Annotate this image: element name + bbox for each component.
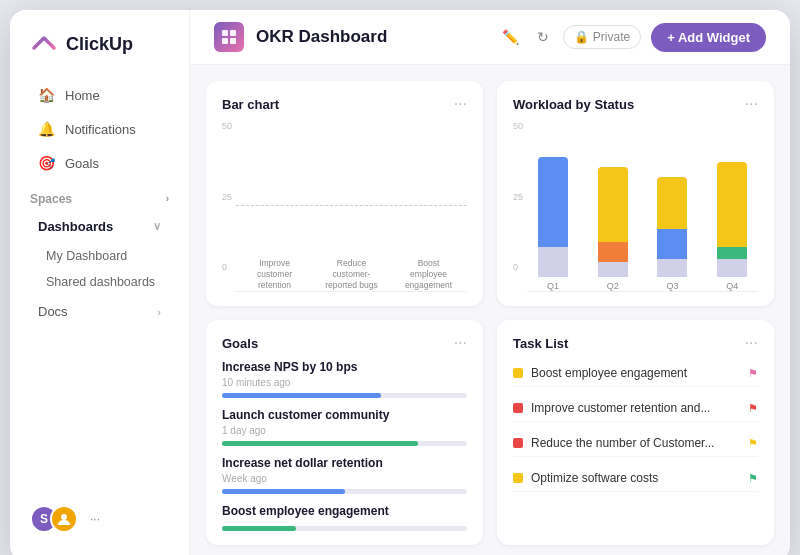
seg-q1-gray xyxy=(538,247,568,277)
sidebar-item-dashboards[interactable]: Dashboards ∨ xyxy=(18,211,181,242)
task-list-items: Boost employee engagement ⚑ Improve cust… xyxy=(513,360,758,531)
task-list-header: Task List ··· xyxy=(513,334,758,352)
goal-item-1: Launch customer community 1 day ago xyxy=(222,408,467,446)
logo[interactable]: ClickUp xyxy=(10,26,189,78)
bar-group-2: Boost employeeengagement xyxy=(400,254,457,291)
dashed-line xyxy=(236,205,467,206)
stacked-bar-q2 xyxy=(598,167,628,277)
bar-chart-menu-icon[interactable]: ··· xyxy=(454,95,467,113)
seg-q1-blue xyxy=(538,157,568,247)
w-y-min: 0 xyxy=(513,262,523,272)
seg-q4-gray xyxy=(717,259,747,277)
lock-icon: 🔒 xyxy=(574,30,589,44)
dashboard-grid: Bar chart ··· 50 25 0 xyxy=(190,65,790,555)
person-icon xyxy=(57,512,71,526)
sidebar-item-docs[interactable]: Docs › xyxy=(18,296,181,327)
q3-label: Q3 xyxy=(666,281,678,291)
task-dot-3 xyxy=(513,473,523,483)
header: OKR Dashboard ✏️ ↻ 🔒 Private + Add Widge… xyxy=(190,10,790,65)
task-list-menu-icon[interactable]: ··· xyxy=(745,334,758,352)
seg-q4-yellow xyxy=(717,162,747,247)
sidebar-item-notifications[interactable]: 🔔 Notifications xyxy=(18,113,181,145)
workload-menu-icon[interactable]: ··· xyxy=(745,95,758,113)
sidebar: ClickUp 🏠 Home 🔔 Notifications 🎯 Goals S… xyxy=(10,10,190,555)
svg-rect-3 xyxy=(222,38,228,44)
seg-q3-yellow xyxy=(657,177,687,229)
main-content: OKR Dashboard ✏️ ↻ 🔒 Private + Add Widge… xyxy=(190,10,790,555)
dashboard-icon xyxy=(214,22,244,52)
bar-group-1: Reduce customer-reported bugs xyxy=(323,254,380,291)
bar-chart-title: Bar chart xyxy=(222,97,279,112)
goal-name-2: Increase net dollar retention xyxy=(222,456,467,470)
goal-time-0: 10 minutes ago xyxy=(222,377,467,388)
stacked-group-q3: Q3 xyxy=(655,177,691,291)
goals-card-title: Goals xyxy=(222,336,258,351)
sidebar-dashboards-label: Dashboards xyxy=(38,219,113,234)
goal-time-2: Week ago xyxy=(222,473,467,484)
goal-item-2: Increase net dollar retention Week ago xyxy=(222,456,467,494)
goal-time-1: 1 day ago xyxy=(222,425,467,436)
bar-label-2: Boost employeeengagement xyxy=(400,258,457,291)
bar-chart-card: Bar chart ··· 50 25 0 xyxy=(206,81,483,306)
task-dot-0 xyxy=(513,368,523,378)
seg-q3-blue xyxy=(657,229,687,259)
add-widget-button[interactable]: + Add Widget xyxy=(651,23,766,52)
goals-card: Goals ··· Increase NPS by 10 bps 10 minu… xyxy=(206,320,483,545)
goal-bar-bg-3 xyxy=(222,526,467,531)
refresh-button[interactable]: ↻ xyxy=(533,25,553,49)
goal-bar-fill-2 xyxy=(222,489,345,494)
avatar-extra-dots: ··· xyxy=(90,512,100,526)
svg-rect-2 xyxy=(230,30,236,36)
sidebar-home-label: Home xyxy=(65,88,100,103)
stacked-group-q1: Q1 xyxy=(535,157,571,291)
private-badge[interactable]: 🔒 Private xyxy=(563,25,641,49)
stacked-group-q4: Q4 xyxy=(714,162,750,291)
stacked-bar-q3 xyxy=(657,177,687,277)
seg-q2-gray xyxy=(598,262,628,277)
q4-label: Q4 xyxy=(726,281,738,291)
seg-q2-yellow xyxy=(598,167,628,242)
seg-q3-gray xyxy=(657,259,687,277)
task-flag-3: ⚑ xyxy=(748,472,758,485)
spaces-chevron-icon: › xyxy=(166,193,169,204)
task-name-2: Reduce the number of Customer... xyxy=(531,436,740,450)
stacked-bar-q1 xyxy=(538,157,568,277)
task-item-1: Improve customer retention and... ⚑ xyxy=(513,395,758,422)
goal-bar-fill-0 xyxy=(222,393,381,398)
edit-button[interactable]: ✏️ xyxy=(498,25,523,49)
sidebar-item-home[interactable]: 🏠 Home xyxy=(18,79,181,111)
y-label-min: 0 xyxy=(222,262,232,272)
sidebar-item-goals[interactable]: 🎯 Goals xyxy=(18,147,181,179)
task-item-3: Optimize software costs ⚑ xyxy=(513,465,758,492)
workload-title: Workload by Status xyxy=(513,97,634,112)
sidebar-item-shared-dashboards[interactable]: Shared dashboards xyxy=(10,269,189,295)
app-window: ClickUp 🏠 Home 🔔 Notifications 🎯 Goals S… xyxy=(10,10,790,555)
sidebar-goals-label: Goals xyxy=(65,156,99,171)
task-flag-0: ⚑ xyxy=(748,367,758,380)
grid-icon xyxy=(221,29,237,45)
logo-text: ClickUp xyxy=(66,34,133,55)
goal-bar-bg-2 xyxy=(222,489,467,494)
sidebar-docs-label: Docs xyxy=(38,304,68,319)
task-list-title: Task List xyxy=(513,336,568,351)
workload-header: Workload by Status ··· xyxy=(513,95,758,113)
seg-q4-green xyxy=(717,247,747,259)
workload-chart-card: Workload by Status ··· 50 25 0 xyxy=(497,81,774,306)
goal-bar-bg-1 xyxy=(222,441,467,446)
task-list-card: Task List ··· Boost employee engagement … xyxy=(497,320,774,545)
dashboards-chevron-icon: ∨ xyxy=(153,220,161,233)
task-flag-1: ⚑ xyxy=(748,402,758,415)
svg-rect-1 xyxy=(222,30,228,36)
bar-chart-header: Bar chart ··· xyxy=(222,95,467,113)
stacked-group-q2: Q2 xyxy=(595,167,631,291)
svg-point-0 xyxy=(61,514,67,520)
task-name-1: Improve customer retention and... xyxy=(531,401,740,415)
goals-menu-icon[interactable]: ··· xyxy=(454,334,467,352)
avatar-group: S xyxy=(30,505,78,533)
goals-header: Goals ··· xyxy=(222,334,467,352)
task-name-3: Optimize software costs xyxy=(531,471,740,485)
sidebar-item-my-dashboard[interactable]: My Dashboard xyxy=(10,243,189,269)
seg-q2-orange xyxy=(598,242,628,262)
goals-icon: 🎯 xyxy=(38,155,55,171)
app-layout: ClickUp 🏠 Home 🔔 Notifications 🎯 Goals S… xyxy=(10,10,790,555)
